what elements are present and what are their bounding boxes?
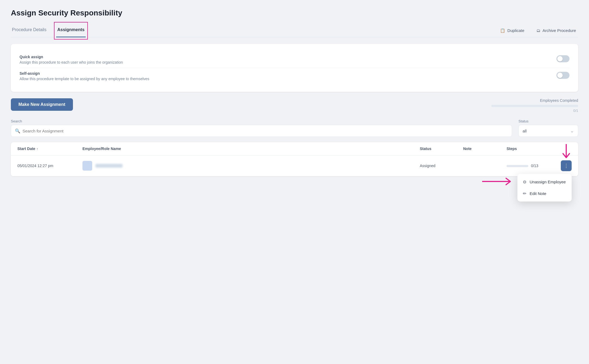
col-start-date[interactable]: Start Date ↑ <box>17 147 82 151</box>
tabs-bar: Procedure Details Assignments 📋 Duplicat… <box>11 24 578 37</box>
col-status: Status <box>420 147 463 151</box>
status-filter-label: Status <box>518 119 578 123</box>
make-new-assignment-button[interactable]: Make New Assignment <box>11 98 73 111</box>
tabs-right: 📋 Duplicate 🗂 Archive Procedure <box>498 27 578 34</box>
cell-status: Assigned <box>420 164 463 168</box>
archive-icon: 🗂 <box>536 28 540 33</box>
cell-steps: 0/13 <box>507 164 550 168</box>
quick-assign-label: Quick assign <box>20 55 123 59</box>
duplicate-button[interactable]: 📋 Duplicate <box>498 27 527 34</box>
pencil-icon: ✏ <box>523 191 526 196</box>
employee-avatar <box>82 161 92 171</box>
employees-completed-section: Employees Completed 0/1 <box>491 98 578 113</box>
quick-assign-toggle[interactable] <box>556 55 569 62</box>
search-icon: 🔍 <box>15 128 20 134</box>
context-menu: ⊖ Unassign Employee ✏ Edit Note <box>517 174 572 202</box>
employee-name <box>95 164 123 168</box>
search-label: Search <box>11 119 512 123</box>
status-select[interactable]: all ⌄ <box>518 125 578 137</box>
self-assign-description: Allow this procedure template to be assi… <box>20 77 149 81</box>
quick-assign-description: Assign this procedure to each user who j… <box>20 60 123 64</box>
col-employee-role[interactable]: Employee/Role Name <box>82 147 420 151</box>
search-filter-row: Search 🔍 Status all ⌄ <box>11 119 578 137</box>
chevron-down-icon: ⌄ <box>570 128 574 134</box>
self-assign-row: Self-assign Allow this procedure templat… <box>20 68 569 84</box>
status-filter-group: Status all ⌄ <box>518 119 578 137</box>
search-input[interactable] <box>23 129 508 133</box>
three-dots-icon: ⋮ <box>564 163 569 169</box>
assign-settings-card: Quick assign Assign this procedure to ea… <box>11 44 578 92</box>
red-arrow-down-annotation <box>561 144 572 160</box>
edit-note-item[interactable]: ✏ Edit Note <box>517 188 572 199</box>
progress-label: 0/1 <box>491 109 578 113</box>
assignment-actions-row: Make New Assignment Employees Completed … <box>11 98 578 113</box>
cell-start-date: 05/01/2024 12:27 pm <box>17 164 82 168</box>
table-header: Start Date ↑ Employee/Role Name Status N… <box>11 142 578 155</box>
steps-text: 0/13 <box>531 164 538 168</box>
duplicate-icon: 📋 <box>500 28 505 33</box>
quick-assign-row: Quick assign Assign this procedure to ea… <box>20 51 569 68</box>
tab-procedure-details[interactable]: Procedure Details <box>11 24 47 37</box>
table-row: 05/01/2024 12:27 pm Assigned 0/13 ⋮ <box>11 155 578 176</box>
unassign-employee-item[interactable]: ⊖ Unassign Employee <box>517 176 572 188</box>
assignments-table: Start Date ↑ Employee/Role Name Status N… <box>11 142 578 176</box>
search-input-wrap: 🔍 <box>11 125 512 137</box>
status-select-value: all <box>523 129 527 133</box>
cell-actions: ⋮ ⊖ Unassign Employee ✏ Edit Note <box>550 160 572 171</box>
employees-completed-label: Employees Completed <box>491 98 578 103</box>
sort-asc-icon: ↑ <box>36 147 38 151</box>
search-group: Search 🔍 <box>11 119 512 137</box>
self-assign-label: Self-assign <box>20 71 149 76</box>
red-arrow-right-annotation <box>482 177 515 186</box>
self-assign-toggle[interactable] <box>556 72 569 79</box>
col-steps: Steps <box>507 147 550 151</box>
steps-progress-bar <box>507 165 528 167</box>
minus-circle-icon: ⊖ <box>523 179 526 184</box>
tab-assignments[interactable]: Assignments <box>56 24 85 37</box>
row-actions-button[interactable]: ⋮ <box>561 160 572 171</box>
page-title: Assign Security Responsibility <box>11 9 578 17</box>
cell-employee-name <box>82 161 420 171</box>
archive-button[interactable]: 🗂 Archive Procedure <box>534 27 578 34</box>
tabs-left: Procedure Details Assignments <box>11 24 86 37</box>
col-note: Note <box>463 147 507 151</box>
progress-bar-container <box>491 105 578 107</box>
